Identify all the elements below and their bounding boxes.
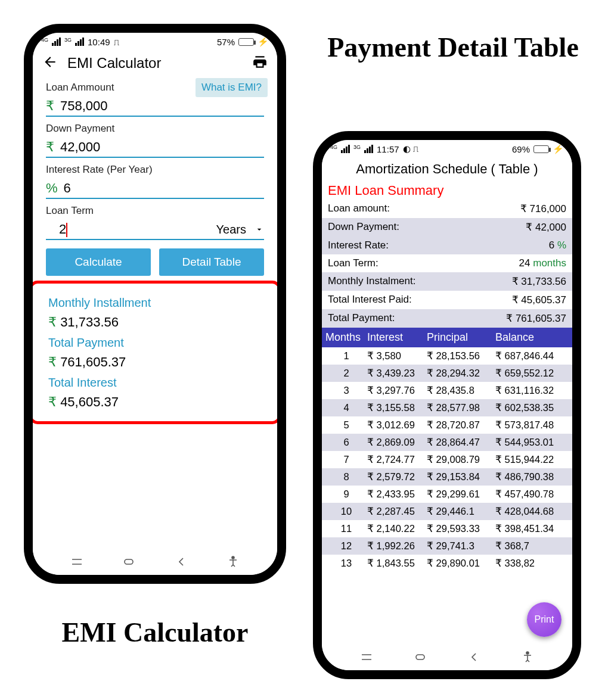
table-row: 2₹ 3,439.23₹ 28,294.32₹ 659,552.12 [322, 365, 572, 382]
total-interest-value: ₹ 45,605.37 [48, 394, 262, 410]
total-payment-value: ₹ 761,605.37 [48, 354, 262, 370]
status-bar: 4G 3G 11:57 ◐ ⎍ 69% ⚡ [322, 140, 572, 155]
back-icon[interactable] [42, 54, 58, 72]
table-row: 13₹ 1,843.55₹ 29,890.01₹ 338,82 [322, 555, 572, 572]
table-row: 1₹ 3,580₹ 28,153.56₹ 687,846.44 [322, 347, 572, 365]
rupee-icon: ₹ [46, 98, 54, 114]
phone-emi-calculator: 4G 3G 10:49 ⎍ 57% ⚡ EMI Calculator Loan … [24, 24, 286, 584]
nav-back-icon[interactable] [174, 555, 188, 569]
table-row: 6₹ 2,869.09₹ 28,864.47₹ 544,953.01 [322, 434, 572, 451]
phone-amortization-table: 4G 3G 11:57 ◐ ⎍ 69% ⚡ Amortization Sched… [313, 131, 581, 679]
nav-accessibility-icon[interactable] [520, 650, 535, 664]
nav-home-icon[interactable] [413, 650, 427, 664]
system-nav-bar [322, 646, 572, 668]
chevron-down-icon [255, 225, 264, 234]
what-is-emi-link[interactable]: What is EMI? [196, 78, 268, 97]
total-payment-label: Total Payment [48, 336, 262, 350]
app-title: EMI Calculator [67, 55, 243, 71]
table-row: 9₹ 2,433.95₹ 29,299.61₹ 457,490.78 [322, 486, 572, 503]
battery-pct: 69% [512, 144, 530, 154]
total-interest-label: Total Interest [48, 376, 262, 390]
print-fab[interactable]: Print [527, 602, 561, 637]
summary-table: Loan amount:₹ 716,000 Down Payment:₹ 42,… [322, 200, 572, 328]
caption-right: Payment Detail Table [313, 33, 593, 63]
loan-term-input[interactable]: 2 [46, 222, 67, 237]
term-unit-dropdown[interactable]: Years [216, 223, 264, 237]
percent-icon: % [46, 181, 58, 196]
svg-rect-0 [125, 559, 133, 564]
table-row: 10₹ 2,287.45₹ 29,446.1₹ 428,044.68 [322, 503, 572, 520]
loan-amount-input[interactable]: ₹ 758,000 [46, 98, 264, 117]
loan-term-label: Loan Term [46, 205, 264, 217]
battery-pct: 57% [217, 37, 235, 47]
table-row: 4₹ 3,155.58₹ 28,577.98₹ 602,538.35 [322, 399, 572, 416]
rupee-icon: ₹ [46, 139, 54, 155]
page-title: Amortization Schedule ( Table ) [322, 155, 572, 182]
status-bar: 4G 3G 10:49 ⎍ 57% ⚡ [33, 33, 277, 48]
nav-home-icon[interactable] [122, 555, 136, 569]
monthly-installment-value: ₹ 31,733.56 [48, 315, 262, 330]
svg-rect-2 [416, 655, 424, 659]
detail-table-button[interactable]: Detail Table [159, 248, 264, 276]
table-row: 5₹ 3,012.69₹ 28,720.87₹ 573,817.48 [322, 416, 572, 434]
svg-point-1 [232, 556, 234, 559]
interest-rate-input[interactable]: % 6 [46, 181, 264, 199]
nav-back-icon[interactable] [467, 650, 481, 664]
table-row: 8₹ 2,579.72₹ 29,153.84₹ 486,790.38 [322, 468, 572, 486]
status-time: 11:57 [377, 144, 399, 154]
caption-left: EMI Calculator [24, 617, 286, 648]
table-row: 3₹ 3,297.76₹ 28,435.8₹ 631,116.32 [322, 382, 572, 399]
amort-table-body[interactable]: 1₹ 3,580₹ 28,153.56₹ 687,846.442₹ 3,439.… [322, 347, 572, 572]
down-payment-label: Down Payment [46, 123, 264, 135]
system-nav-bar [33, 551, 277, 573]
down-payment-input[interactable]: ₹ 42,000 [46, 139, 264, 158]
amort-table-header: Months Interest Principal Balance [322, 328, 572, 347]
nav-recent-icon[interactable] [359, 650, 374, 664]
calculate-button[interactable]: Calculate [46, 248, 151, 276]
table-row: 7₹ 2,724.77₹ 29,008.79₹ 515,944.22 [322, 451, 572, 468]
table-row: 11₹ 2,140.22₹ 29,593.33₹ 398,451.34 [322, 520, 572, 537]
print-icon[interactable] [252, 54, 268, 72]
nav-accessibility-icon[interactable] [226, 555, 240, 569]
monthly-installment-label: Monthly Installment [48, 296, 262, 310]
summary-header: EMI Loan Summary [322, 182, 572, 200]
status-time: 10:49 [88, 37, 110, 47]
svg-point-3 [526, 652, 529, 654]
results-panel: Monthly Installment ₹ 31,733.56 Total Pa… [46, 284, 264, 421]
nav-recent-icon[interactable] [70, 555, 84, 569]
interest-rate-label: Interest Rate (Per Year) [46, 164, 264, 176]
app-bar: EMI Calculator [33, 48, 277, 78]
table-row: 12₹ 1,992.26₹ 29,741.3₹ 368,7 [322, 537, 572, 555]
